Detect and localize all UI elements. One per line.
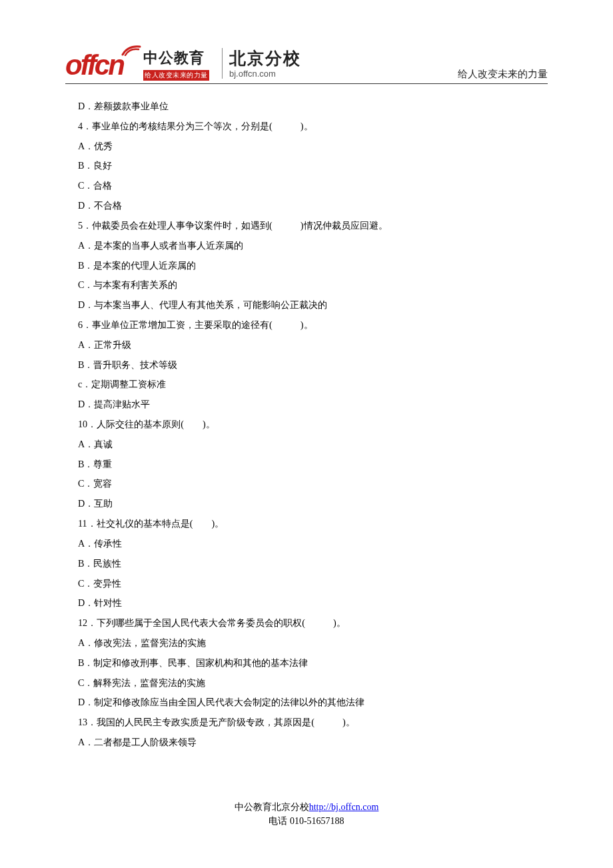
brand-sub-slogan: 给人改变未来的力量 — [143, 70, 209, 81]
body-line: B．尊重 — [78, 455, 546, 475]
body-line: C．与本案有利害关系的 — [78, 275, 546, 295]
body-line: C．解释宪法，监督宪法的实施 — [78, 673, 546, 693]
body-line: 6．事业单位正常增加工资，主要采取的途径有( )。 — [78, 315, 546, 335]
footer-line-1: 中公教育北京分校http://bj.offcn.com — [0, 800, 613, 814]
document-body: D．差额拨款事业单位4．事业单位的考核结果分为三个等次，分别是( )。A．优秀B… — [78, 97, 546, 753]
logo-divider — [222, 48, 223, 79]
body-line: 11．社交礼仪的基本特点是( )。 — [78, 514, 546, 534]
body-line: C．宽容 — [78, 474, 546, 494]
body-line: D．互助 — [78, 494, 546, 514]
page-header: offcn 中公教育 给人改变未来的力量 北京分校 bj.offcn.com 给… — [65, 45, 548, 84]
body-line: c．定期调整工资标准 — [78, 375, 546, 395]
page-container: offcn 中公教育 给人改变未来的力量 北京分校 bj.offcn.com 给… — [0, 0, 613, 868]
body-line: A．传承性 — [78, 534, 546, 554]
swoosh-icon — [121, 44, 141, 56]
body-line: B．民族性 — [78, 554, 546, 574]
body-line: 4．事业单位的考核结果分为三个等次，分别是( )。 — [78, 117, 546, 137]
body-line: A．是本案的当事人或者当事人近亲属的 — [78, 236, 546, 256]
body-line: A．正常升级 — [78, 335, 546, 355]
footer-prefix: 中公教育北京分校 — [235, 802, 309, 812]
body-line: A．优秀 — [78, 137, 546, 157]
offcn-logo: offcn 中公教育 给人改变未来的力量 — [65, 47, 215, 81]
body-line: D．针对性 — [78, 593, 546, 613]
body-line: D．制定和修改除应当由全国人民代表大会制定的法律以外的其他法律 — [78, 693, 546, 713]
body-line: D．与本案当事人、代理人有其他关系，可能影响公正裁决的 — [78, 295, 546, 315]
body-line: B．晋升职务、技术等级 — [78, 355, 546, 375]
body-line: C．变异性 — [78, 574, 546, 594]
body-line: A．真诚 — [78, 435, 546, 455]
branch-block: 北京分校 bj.offcn.com — [229, 50, 301, 81]
header-slogan: 给人改变未来的力量 — [458, 68, 548, 81]
body-line: A．二者都是工人阶级来领导 — [78, 733, 546, 753]
body-line: B．制定和修改刑事、民事、国家机构和其他的基本法律 — [78, 653, 546, 673]
body-line: 5．仲裁委员会在处理人事争议案件时，如遇到( )情况仲裁员应回避。 — [78, 216, 546, 236]
body-line: 12．下列哪些属于全国人民代表大会常务委员会的职权( )。 — [78, 613, 546, 633]
brand-name-cn: 中公教育 — [143, 48, 209, 68]
brand-block: 中公教育 给人改变未来的力量 — [143, 48, 209, 81]
body-line: D．差额拨款事业单位 — [78, 97, 546, 117]
body-line: C．合格 — [78, 176, 546, 196]
body-line: 13．我国的人民民主专政实质是无产阶级专政，其原因是( )。 — [78, 713, 546, 733]
branch-url: bj.offcn.com — [229, 69, 301, 79]
page-footer: 中公教育北京分校http://bj.offcn.com 电话 010-51657… — [0, 800, 613, 828]
body-line: B．是本案的代理人近亲属的 — [78, 256, 546, 276]
branch-name: 北京分校 — [229, 50, 301, 67]
body-line: A．修改宪法，监督宪法的实施 — [78, 633, 546, 653]
logo-group: offcn 中公教育 给人改变未来的力量 北京分校 bj.offcn.com — [65, 47, 301, 81]
footer-line-2: 电话 010-51657188 — [0, 814, 613, 828]
body-line: D．提高津贴水平 — [78, 395, 546, 415]
footer-link[interactable]: http://bj.offcn.com — [309, 802, 379, 812]
body-line: 10．人际交往的基本原则( )。 — [78, 415, 546, 435]
offcn-logo-text: offcn — [65, 49, 123, 81]
body-line: D．不合格 — [78, 196, 546, 216]
body-line: B．良好 — [78, 156, 546, 176]
